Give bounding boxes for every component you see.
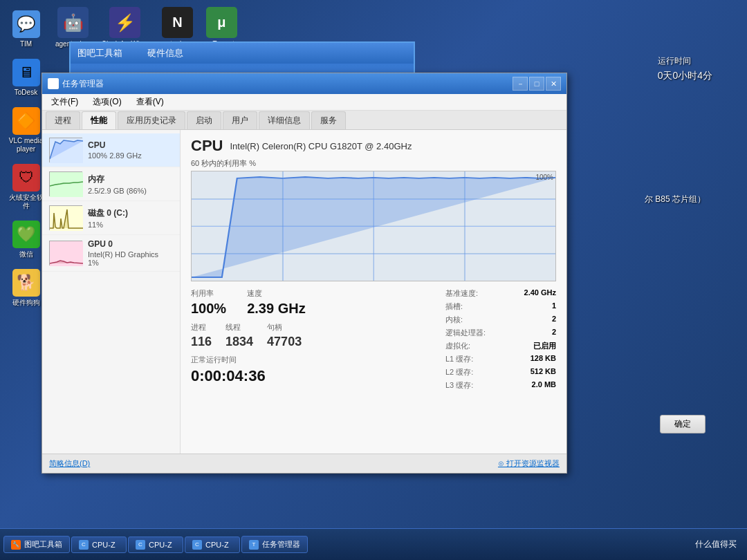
- taskbar-item-cpuz1[interactable]: C CPU-Z: [71, 536, 127, 553]
- uptime-display: 运行时间 0天0小时4分: [658, 55, 712, 82]
- speed-group: 速度 2.39 GHz: [247, 288, 305, 317]
- sidebar-item-memory-info: 内存 2.5/2.9 GB (86%): [88, 174, 147, 195]
- sockets-label: 插槽:: [445, 301, 463, 312]
- taskbar-item-toolbox[interactable]: 🔧 图吧工具箱: [3, 536, 70, 553]
- spec-base-freq: 基准速度: 2.40 GHz: [445, 288, 556, 299]
- speed-value: 2.39 GHz: [247, 301, 305, 317]
- taskbar-cpuz3-label: CPU-Z: [205, 541, 229, 549]
- base-freq-value: 2.40 GHz: [524, 288, 556, 299]
- tab-bar: 进程 性能 应用历史记录 启动 用户 详细信息 服务: [42, 111, 566, 130]
- processes-label: 进程: [191, 322, 212, 333]
- chip-info: 尔 B85 芯片组）: [645, 194, 706, 205]
- uptime-stat-label: 正常运行时间: [191, 355, 306, 365]
- uptime-label: 运行时间: [658, 55, 712, 67]
- chart-label: 60 秒内的利用率 %: [191, 158, 556, 169]
- cpu-title-bar: CPU Intel(R) Celeron(R) CPU G1820T @ 2.4…: [191, 137, 556, 155]
- virtualization-value: 已启用: [533, 341, 556, 351]
- tab-services[interactable]: 服务: [311, 111, 346, 129]
- threads-label: 线程: [225, 322, 253, 333]
- taskbar-item-taskmgr[interactable]: T 任务管理器: [241, 536, 308, 553]
- tab-startup[interactable]: 启动: [187, 111, 221, 129]
- desktop-icon-wechat-label: 微信: [19, 250, 33, 259]
- handles-group: 句柄 47703: [267, 322, 302, 349]
- sidebar-item-cpu-info: CPU 100% 2.89 GHz: [88, 140, 142, 160]
- menu-bar: 文件(F) 选项(O) 查看(V): [42, 94, 566, 111]
- handles-label: 句柄: [267, 322, 302, 333]
- processes-group: 进程 116: [191, 322, 212, 349]
- sidebar-item-cpu[interactable]: CPU 100% 2.89 GHz: [42, 133, 180, 167]
- menu-view[interactable]: 查看(V): [131, 95, 169, 109]
- taskbar-cpuz1-icon: C: [79, 540, 89, 550]
- spec-sockets: 插槽: 1: [445, 301, 556, 312]
- menu-options[interactable]: 选项(O): [87, 95, 127, 109]
- sidebar-chart-disk: [49, 205, 82, 230]
- l2-label: L2 缓存:: [445, 367, 473, 377]
- sidebar-item-disk[interactable]: 磁盘 0 (C:) 11%: [42, 201, 180, 235]
- content-bottom-bar: 简略信息(D) ⊙ 打开资源监视器: [181, 454, 566, 473]
- sidebar-gpu-name: GPU 0: [88, 239, 158, 249]
- cores-label: 内核:: [445, 315, 463, 325]
- tab-details[interactable]: 详细信息: [259, 111, 310, 129]
- sidebar-chart-memory: [49, 171, 82, 196]
- l3-label: L3 缓存:: [445, 380, 473, 391]
- process-thread-handle-row: 进程 116 线程 1834 句柄 47703: [191, 322, 306, 349]
- sidebar-cpu-name: CPU: [88, 140, 142, 150]
- uptime-value: 0天0小时4分: [658, 70, 712, 82]
- desktop: 🤖 agent-win... ⚡ Clash for Win... N nast…: [0, 0, 747, 560]
- taskbar-taskmgr-icon: T: [249, 540, 259, 550]
- sidebar-chart-gpu: [49, 241, 82, 265]
- tab-performance[interactable]: 性能: [82, 111, 116, 129]
- taskbar-taskmgr-label: 任务管理器: [262, 539, 300, 550]
- task-manager-titlebar: 任务管理器 － □ ✕: [42, 73, 566, 94]
- l2-value: 512 KB: [531, 367, 556, 377]
- desktop-icon-huorong-label: 火绒安全软件: [7, 194, 45, 210]
- grid-h2: [192, 226, 555, 227]
- tab-users[interactable]: 用户: [223, 111, 257, 129]
- cores-value: 2: [552, 315, 556, 325]
- stats-container: 利用率 100% 速度 2.39 GHz 进程 116: [191, 288, 556, 391]
- taskbar-toolbox-icon: 🔧: [11, 540, 21, 550]
- maximize-button[interactable]: □: [529, 77, 544, 91]
- minimize-button[interactable]: －: [513, 77, 528, 91]
- taskbar-toolbox-label: 图吧工具箱: [24, 539, 62, 550]
- sidebar-item-gpu[interactable]: GPU 0 Intel(R) HD Graphics1%: [42, 235, 180, 272]
- task-manager-icon: [48, 78, 59, 89]
- taskbar-right-text: 什么值得买: [695, 539, 737, 550]
- sockets-value: 1: [552, 301, 556, 312]
- taskbar: 🔧 图吧工具箱 C CPU-Z C CPU-Z C CPU-Z T 任务管理器 …: [0, 528, 747, 560]
- task-manager-window: 任务管理器 － □ ✕ 文件(F) 选项(O) 查看(V) 进程 性能 应用历史…: [42, 73, 567, 474]
- cpu-detail-panel: CPU Intel(R) Celeron(R) CPU G1820T @ 2.4…: [181, 130, 566, 473]
- taskbar-cpuz1-label: CPU-Z: [92, 541, 116, 549]
- uptime-stat-value: 0:00:04:36: [191, 367, 306, 385]
- l3-value: 2.0 MB: [532, 380, 556, 391]
- taskbar-cpuz2-label: CPU-Z: [149, 541, 172, 549]
- threads-group: 线程 1834: [225, 322, 253, 349]
- taskbar-item-cpuz3[interactable]: C CPU-Z: [185, 536, 240, 553]
- sidebar-disk-value: 11%: [88, 221, 128, 229]
- left-stats: 利用率 100% 速度 2.39 GHz 进程 116: [191, 288, 306, 391]
- taskbar-item-cpuz2[interactable]: C CPU-Z: [128, 536, 183, 553]
- handles-value: 47703: [267, 335, 302, 349]
- desktop-icon-hardwaredog-label: 硬件狗狗: [12, 299, 40, 307]
- desktop-icon-vlc-label: VLC media player: [7, 137, 45, 153]
- l1-value: 128 KB: [531, 354, 556, 364]
- taskbar-cpuz3-icon: C: [192, 540, 202, 550]
- usage-value: 100%: [191, 301, 226, 317]
- close-button[interactable]: ✕: [546, 77, 561, 91]
- tab-app-history[interactable]: 应用历史记录: [118, 111, 185, 129]
- usage-label: 利用率: [191, 288, 226, 299]
- open-monitor-link[interactable]: ⊙ 打开资源监视器: [498, 458, 560, 469]
- spec-logical: 逻辑处理器: 2: [445, 328, 556, 338]
- virtualization-label: 虚拟化:: [445, 341, 470, 351]
- spec-l1: L1 缓存: 128 KB: [445, 354, 556, 364]
- l1-label: L1 缓存:: [445, 354, 473, 364]
- confirm-button[interactable]: 确定: [660, 415, 706, 433]
- logical-label: 逻辑处理器:: [445, 328, 486, 338]
- taskbar-right: 什么值得买: [685, 539, 747, 550]
- menu-file[interactable]: 文件(F): [46, 95, 84, 109]
- desktop-icon-tim[interactable]: 💬 TIM: [3, 7, 48, 52]
- spec-virtualization: 虚拟化: 已启用: [445, 341, 556, 351]
- tab-processes[interactable]: 进程: [46, 111, 80, 129]
- titlebar-controls: － □ ✕: [513, 77, 561, 91]
- sidebar-item-memory[interactable]: 内存 2.5/2.9 GB (86%): [42, 167, 180, 201]
